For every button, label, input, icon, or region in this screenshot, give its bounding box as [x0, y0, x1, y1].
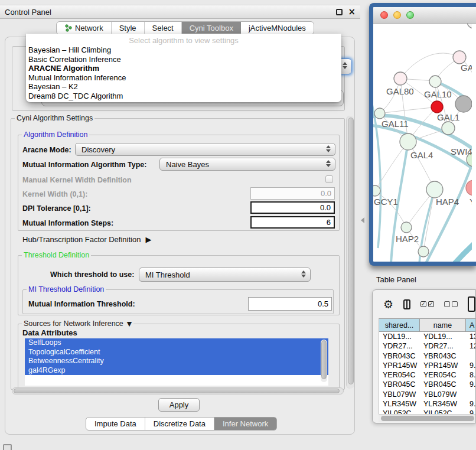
tab-discretize-data[interactable]: Discretize Data [145, 418, 214, 430]
dropdown-item-bayesian-hill-climbing[interactable]: Bayesian – Hill Climbing [26, 45, 341, 55]
settings-vscrollbar[interactable] [346, 116, 354, 389]
tab-cyni-toolbox[interactable]: Cyni Toolbox [182, 22, 241, 34]
dropdown-item-dream8[interactable]: Dream8 DC_TDC Algorithm [26, 92, 341, 101]
network-node-gal80[interactable] [394, 72, 407, 85]
tab-impute-data[interactable]: Impute Data [86, 418, 145, 430]
table-row[interactable]: YIL052C YIL052C 9 [379, 409, 475, 414]
list-item-gal4rgexp[interactable]: gal4RGexp [25, 366, 328, 376]
cell: YLR345W [379, 399, 420, 409]
list-item-selfloops[interactable]: SelfLoops [25, 338, 328, 348]
table-row[interactable]: YPR145W YPR145W 9. [379, 361, 475, 370]
tab-jactivemnodules-label: jActiveMNodules [249, 24, 306, 32]
zoom-traffic-light[interactable] [406, 11, 414, 19]
minimize-traffic-light[interactable] [393, 11, 401, 19]
tab-select-label: Select [152, 24, 174, 32]
cell: YBR045C [379, 380, 420, 389]
network-node-gray[interactable] [455, 96, 472, 112]
settings-hscrollbar[interactable] [12, 387, 344, 394]
sources-legend: Sources for Network Inference [24, 319, 123, 328]
combo-up-arrow [343, 62, 347, 65]
deselect-all-icon[interactable] [444, 301, 458, 307]
kernel-width-input[interactable] [250, 187, 335, 200]
mi-type-combo[interactable]: Naive Bayes [159, 158, 335, 171]
control-panel-tabbar: Network Style Select Cyni Toolbox jActiv… [56, 21, 314, 35]
table-row[interactable]: YLR345W YLR345W 9. [379, 399, 475, 409]
network-window-titlebar[interactable] [373, 7, 476, 24]
splitpane-collapse-arrow[interactable] [361, 217, 364, 223]
table-row[interactable]: YBL079W YBL079W [379, 390, 475, 399]
hub-definition-label: Hub/Transcription Factor Definition [22, 235, 141, 244]
column-header-name[interactable]: name [420, 319, 466, 331]
cell [466, 351, 475, 361]
close-icon[interactable]: × [348, 9, 356, 15]
select-all-icon[interactable]: ✓✓ [420, 301, 434, 307]
cell: 13 [466, 332, 475, 341]
algorithm-dropdown-popup: Select algorithm to view settings Bayesi… [26, 34, 341, 102]
network-node-hap4[interactable] [426, 181, 443, 198]
network-node-gcy1[interactable] [373, 185, 380, 196]
network-node-gal-partial[interactable] [453, 51, 466, 64]
network-node-hap2[interactable] [401, 222, 412, 233]
table-toolbar: ⚙ ✓✓ [373, 290, 475, 318]
hub-definition-expander[interactable]: Hub/Transcription Factor Definition ▶ [22, 235, 151, 244]
node-label-gal80: GAL80 [386, 86, 414, 96]
which-threshold-combo[interactable]: MI Threshold [139, 268, 311, 282]
table-panel-title: Table Panel [376, 275, 416, 284]
network-node-bottom[interactable] [418, 246, 429, 257]
export-table-icon[interactable] [468, 296, 475, 312]
mi-steps-input[interactable] [250, 216, 335, 229]
manual-kernel-checkbox[interactable] [325, 175, 333, 183]
control-panel-titlebar: Control Panel × [0, 5, 360, 19]
cell [466, 390, 475, 399]
table-row[interactable]: YDL19... YDL19... 13 [379, 332, 475, 341]
tab-infer-network[interactable]: Infer Network [214, 418, 276, 430]
network-canvas[interactable]: GAL GAL80 GAL10 GAL1 GAL11 SWI4 GAL4 GCY… [373, 24, 472, 262]
cell: YBR043C [420, 351, 466, 361]
network-node-gal1[interactable] [442, 122, 455, 135]
apply-button[interactable]: Apply [158, 398, 200, 412]
table-row[interactable]: YBR043C YBR043C [379, 351, 475, 361]
column-header-a[interactable]: A [466, 319, 475, 331]
network-node-top-right[interactable] [467, 24, 472, 28]
cell: 9. [466, 361, 475, 370]
tab-style[interactable]: Style [112, 22, 145, 34]
network-node-red-selected[interactable] [431, 101, 443, 113]
dropdown-item-basic-correlation[interactable]: Basic Correlation Inference [26, 55, 341, 64]
tab-select[interactable]: Select [145, 22, 182, 34]
node-label-y: Y [470, 197, 472, 207]
aracne-mode-value: Discovery [81, 145, 115, 154]
attributes-scrollbar[interactable] [321, 340, 327, 382]
table-row[interactable]: YBR045C YBR045C 9. [379, 380, 475, 389]
tab-network[interactable]: Network [57, 22, 112, 34]
list-item-topologicalcoefficient[interactable]: TopologicalCoefficient [25, 348, 328, 357]
mi-threshold-label: Mutual Information Threshold: [28, 300, 135, 308]
thick-teal-edge [450, 236, 472, 262]
mi-threshold-input[interactable] [248, 297, 332, 311]
cell: YBR043C [379, 351, 420, 361]
cell: YDR27... [420, 341, 466, 351]
dropdown-item-bayesian-k2[interactable]: Bayesian – K2 [26, 82, 341, 92]
dock-icon-fragment[interactable] [3, 444, 12, 450]
node-label-gal10: GAL10 [424, 89, 452, 99]
network-node-gal4[interactable] [400, 133, 416, 150]
dropdown-item-mutual-information[interactable]: Mutual Information Inference [26, 73, 341, 83]
dpi-tolerance-input[interactable] [250, 201, 335, 214]
network-node-gal11[interactable] [374, 108, 385, 119]
dropdown-item-aracne[interactable]: ARACNE Algorithm [26, 64, 341, 73]
network-node-gal10[interactable] [429, 76, 441, 87]
table-hscrollbar[interactable] [379, 414, 475, 422]
list-item-betweennesscentrality[interactable]: BetweennessCentrality [25, 357, 328, 366]
table-row[interactable]: YER054C YER054C 8. [379, 370, 475, 380]
gear-icon[interactable]: ⚙ [383, 298, 393, 311]
aracne-mode-combo[interactable]: Discovery [75, 143, 335, 156]
column-header-shared-name[interactable]: shared... [379, 319, 420, 331]
close-traffic-light[interactable] [380, 11, 388, 19]
network-node-salmon[interactable] [466, 180, 472, 195]
table-panel-window: ⚙ ✓✓ shared... name A YDL19... YDL19... … [372, 289, 476, 423]
sources-legend-wrap[interactable]: Sources for Network Inference ▼ [22, 319, 133, 328]
split-columns-icon[interactable] [403, 299, 410, 309]
float-window-icon[interactable] [336, 9, 343, 15]
tab-jactivemnodules[interactable]: jActiveMNodules [241, 22, 314, 34]
table-row[interactable]: YDR27... YDR27... 12 [379, 341, 475, 351]
cell: 9. [466, 399, 475, 409]
